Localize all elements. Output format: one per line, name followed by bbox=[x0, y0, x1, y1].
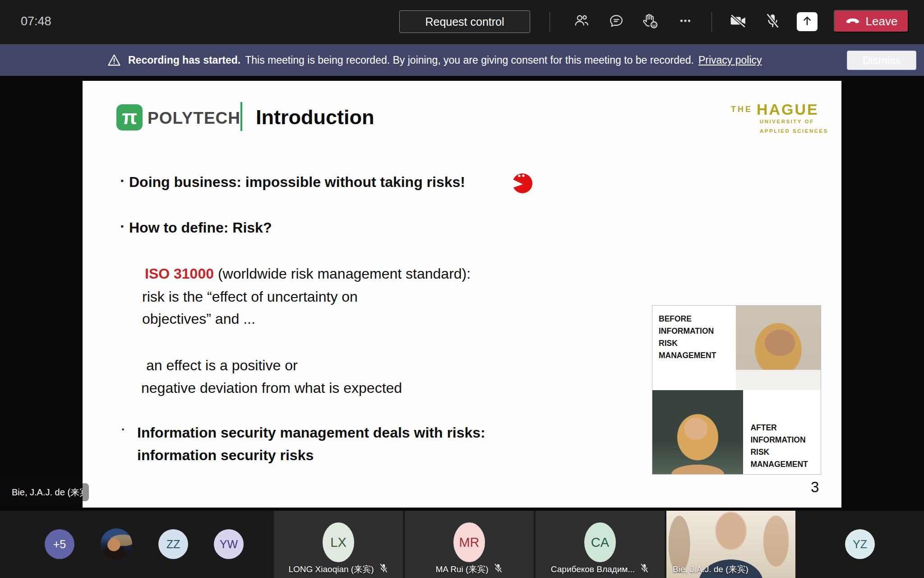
dismiss-button[interactable]: Dismiss bbox=[847, 51, 916, 70]
banner-message: This meeting is being recorded. By joini… bbox=[245, 54, 694, 66]
presentation-slide: π POLYTECH Introduction THE HAGUE UNIVER… bbox=[83, 81, 841, 508]
phone-hangup-icon bbox=[845, 14, 860, 28]
people-icon bbox=[573, 13, 590, 30]
hague-logo-subtitle-2: APPLIED SCIENCES bbox=[760, 126, 828, 136]
bullet-dot: · bbox=[121, 423, 125, 437]
hague-logo-name: HAGUE bbox=[757, 102, 819, 117]
camera-toggle-button[interactable] bbox=[728, 11, 748, 32]
mic-toggle-button[interactable] bbox=[762, 11, 783, 32]
recording-banner: Recording has started. This meeting is b… bbox=[0, 44, 924, 76]
participant-name-label: Bie, J.A.J. de (来宾) bbox=[673, 564, 748, 575]
teams-meeting-screen: 07:48 Request control bbox=[0, 0, 924, 578]
chat-button[interactable] bbox=[606, 11, 627, 32]
iso-definition-line-1: ISO 31000 (worldwide risk management sta… bbox=[145, 266, 471, 282]
bullet-infosec-line-2: information security risks bbox=[137, 447, 314, 464]
leave-button-label: Leave bbox=[866, 14, 898, 28]
bullet-dot: · bbox=[120, 218, 125, 235]
polytech-logo-icon: π bbox=[116, 104, 143, 131]
meme-after-text: AFTER INFORMATION RISK MANAGEMENT bbox=[750, 422, 813, 471]
meeting-toolbar: 07:48 Request control bbox=[0, 0, 924, 44]
iso-standard-rest: (worldwide risk management standard): bbox=[214, 266, 471, 282]
bullet-dot: · bbox=[120, 172, 125, 190]
leave-button[interactable]: Leave bbox=[834, 10, 909, 33]
slide-page-number: 3 bbox=[811, 479, 819, 496]
mic-off-icon bbox=[764, 13, 781, 31]
mic-off-icon bbox=[493, 563, 503, 575]
participant-tile-mr[interactable]: MR MA Rui (来宾) bbox=[405, 511, 534, 578]
participant-tile-ca[interactable]: CA Сарибеков Владим... bbox=[536, 511, 665, 578]
meme-after-cell: AFTER INFORMATION RISK MANAGEMENT bbox=[743, 390, 821, 475]
name-tag-handle bbox=[83, 483, 89, 501]
title-divider bbox=[240, 102, 242, 131]
hague-logo-the: THE bbox=[731, 105, 753, 114]
meme-before-photo bbox=[736, 306, 821, 390]
request-control-button[interactable]: Request control bbox=[399, 10, 530, 33]
chat-icon bbox=[609, 13, 624, 30]
share-icon bbox=[801, 14, 813, 29]
overflow-participants-badge[interactable]: +5 bbox=[45, 529, 74, 559]
pacman-icon bbox=[512, 172, 533, 196]
effect-line-2: negative deviation from what is expected bbox=[141, 380, 402, 396]
iso-definition-line-2: risk is the “effect of uncertainty on bbox=[142, 289, 358, 305]
avatar: CA bbox=[584, 522, 616, 562]
presenter-name-label: Bie, J.A.J. de (来宾) bbox=[12, 486, 92, 499]
participant-name-label: MA Rui (来宾) bbox=[435, 564, 488, 575]
raise-hand-icon bbox=[641, 13, 658, 31]
meme-before-text: BEFORE INFORMATION RISK MANAGEMENT bbox=[659, 313, 722, 362]
iso-definition-line-3: objectives” and ... bbox=[142, 311, 255, 327]
camera-off-icon bbox=[729, 13, 747, 30]
meme-after-photo bbox=[652, 390, 743, 475]
bullet-infosec-line-1: Information security management deals wi… bbox=[137, 424, 485, 441]
participant-avatar-zz[interactable]: ZZ bbox=[158, 529, 188, 559]
toolbar-divider bbox=[711, 12, 712, 32]
banner-title: Recording has started. bbox=[128, 54, 240, 66]
raise-hand-button[interactable] bbox=[639, 11, 660, 32]
participant-avatar-yw[interactable]: YW bbox=[214, 529, 244, 559]
toolbar-divider bbox=[550, 12, 550, 32]
polytech-brand-name: POLYTECH bbox=[148, 109, 240, 128]
mic-off-icon bbox=[639, 563, 649, 575]
more-icon bbox=[678, 13, 693, 30]
participant-photo-avatar[interactable] bbox=[101, 528, 132, 560]
participant-strip: +5 ZZ YW LX LONG Xiaoqian (来宾) MR bbox=[0, 511, 924, 578]
hague-university-logo: THE HAGUE UNIVERSITY OF APPLIED SCIENCES bbox=[731, 102, 828, 135]
participant-tile-lx[interactable]: LX LONG Xiaoqian (来宾) bbox=[274, 511, 403, 578]
participant-name-label: Сарибеков Владим... bbox=[551, 564, 635, 574]
effect-line-1: an effect is a positive or bbox=[146, 357, 298, 374]
mic-off-icon bbox=[379, 563, 388, 575]
more-options-button[interactable] bbox=[675, 11, 696, 32]
participant-avatar-yz[interactable]: YZ bbox=[845, 529, 875, 559]
avatar: MR bbox=[453, 522, 485, 562]
participant-video-tile-bie[interactable]: Bie, J.A.J. de (来宾) bbox=[666, 511, 795, 578]
share-screen-button[interactable] bbox=[797, 12, 818, 31]
participant-name-label: LONG Xiaoqian (来宾) bbox=[288, 564, 374, 575]
shared-screen-stage: π POLYTECH Introduction THE HAGUE UNIVER… bbox=[0, 76, 924, 511]
meme-before-cell: BEFORE INFORMATION RISK MANAGEMENT bbox=[652, 306, 736, 390]
participants-button[interactable] bbox=[571, 11, 592, 32]
bullet-doing-business: Doing business: impossible without takin… bbox=[129, 174, 465, 191]
polytech-pi-glyph: π bbox=[122, 106, 137, 129]
meeting-timer: 07:48 bbox=[21, 14, 51, 28]
avatar: LX bbox=[323, 522, 354, 562]
warning-icon bbox=[107, 53, 121, 67]
hague-logo-subtitle-1: UNIVERSITY OF bbox=[760, 117, 828, 126]
before-after-meme: BEFORE INFORMATION RISK MANAGEMENT AFTER… bbox=[652, 305, 821, 475]
privacy-policy-link[interactable]: Privacy policy bbox=[698, 54, 762, 66]
iso-standard-name: ISO 31000 bbox=[145, 266, 214, 282]
slide-title: Introduction bbox=[256, 106, 374, 129]
bullet-how-to-define: How to define: Risk? bbox=[129, 219, 272, 236]
